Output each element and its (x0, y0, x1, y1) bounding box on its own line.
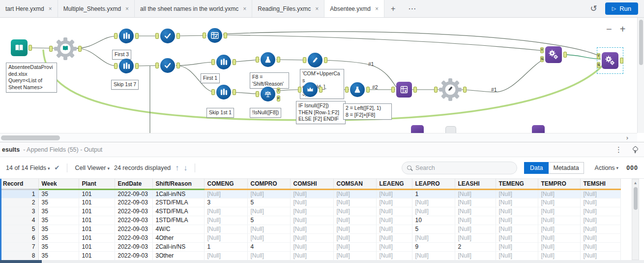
cell[interactable]: [Null] (412, 198, 455, 207)
column-header-comeng[interactable]: COMENG (204, 179, 247, 189)
input-anchor[interactable] (211, 89, 215, 95)
cell[interactable]: [Null] (333, 198, 376, 207)
input-anchor[interactable] (155, 33, 159, 39)
target-input-anchor[interactable]: T (597, 53, 600, 59)
table-row[interactable]: 4351012022-09-031STD/FMLA[Null]5[Null][N… (0, 216, 620, 225)
cell[interactable]: [Null] (538, 189, 580, 198)
cell[interactable]: [Null] (333, 207, 376, 216)
tab-multiple_sheets-yxmd[interactable]: Multiple_Sheets.yxmd× (58, 0, 135, 17)
cell[interactable]: [Null] (538, 207, 580, 216)
cell[interactable]: 2STD/FMLA (152, 198, 204, 207)
cell[interactable]: 35 (38, 251, 79, 260)
cell[interactable]: 2022-09-03 (115, 198, 152, 207)
output-anchor[interactable] (277, 57, 280, 63)
cell[interactable]: [Null] (247, 233, 290, 242)
row-number[interactable]: 6 (0, 233, 38, 242)
output-anchor[interactable] (176, 63, 180, 68)
output-anchor[interactable] (135, 63, 139, 69)
input-anchor[interactable] (114, 63, 117, 69)
tool-sample-first-3[interactable] (119, 29, 134, 43)
annotation-multirow-formula[interactable]: IF Isnull([F2]) THEN [Row-1:F2] ELSE [F2… (296, 101, 346, 124)
input-anchor[interactable] (114, 33, 117, 39)
cell[interactable]: [Null] (538, 225, 580, 233)
jump-up-arrow[interactable]: ↑ (175, 164, 179, 172)
column-header-tempro[interactable]: TEMPRO (538, 179, 580, 189)
cell[interactable]: 2022-09-03 (115, 216, 152, 225)
cell[interactable]: [Null] (376, 233, 412, 242)
column-header-week[interactable]: Week (38, 179, 79, 189)
output-anchor[interactable] (319, 87, 322, 93)
output-anchor[interactable] (463, 87, 467, 93)
cell[interactable]: 1 (412, 189, 455, 198)
tool-cross-tab[interactable] (396, 82, 412, 98)
true-output-anchor[interactable]: T (277, 88, 280, 94)
cell[interactable]: [Null] (376, 251, 412, 260)
cell[interactable]: 101 (79, 225, 115, 233)
cell[interactable]: 35 (38, 198, 79, 207)
input-anchor[interactable] (391, 87, 395, 93)
cell[interactable]: [Null] (496, 242, 538, 251)
cell[interactable]: [Null] (376, 242, 412, 251)
scrollbar-thumb[interactable] (0, 260, 42, 263)
table-row[interactable]: 8351012022-09-033Other[Null][Null][Null]… (0, 251, 620, 260)
cell[interactable]: [Null] (376, 216, 412, 225)
tab-absentee-yxmd[interactable]: Absentee.yxmd× (324, 0, 384, 17)
cell[interactable]: [Null] (333, 233, 376, 242)
cell[interactable]: 2022-09-03 (115, 207, 152, 216)
cell[interactable]: [Null] (455, 216, 496, 225)
tool-edit-macro[interactable] (439, 78, 462, 101)
annotation-left-formula[interactable]: 2 = Left([F2], 1) 8 = [F2]+[F8] (343, 103, 392, 120)
cell[interactable]: 5 (247, 216, 290, 225)
cell[interactable]: 35 (38, 216, 79, 225)
tool-append-fields-selected[interactable]: T S (602, 52, 618, 69)
cell[interactable]: [Null] (538, 198, 580, 207)
cell[interactable]: 2Call-in/NS (152, 242, 204, 251)
input-anchor[interactable] (211, 59, 215, 65)
target-input-anchor[interactable]: T (540, 47, 544, 53)
column-header-comshi[interactable]: COMSHI (290, 179, 333, 189)
input-anchor[interactable] (49, 46, 53, 52)
column-header-leaeng[interactable]: LEAENG (376, 179, 412, 189)
metadata-view-button[interactable]: Metadata (549, 162, 584, 174)
tab-close-icon[interactable]: × (125, 5, 129, 12)
annotation-skip-1st-1[interactable]: Skip 1st 1 (206, 108, 234, 118)
output-anchor[interactable] (135, 33, 139, 39)
annotation-skip-1st-7[interactable]: Skip 1st 7 (111, 80, 139, 90)
cell[interactable]: [Null] (204, 251, 247, 260)
cell[interactable]: [Null] (580, 198, 620, 207)
cell[interactable]: [Null] (496, 216, 538, 225)
column-header-record[interactable]: Record (0, 179, 38, 189)
annotation-first-3[interactable]: First 3 (112, 50, 131, 60)
cell[interactable]: [Null] (376, 207, 412, 216)
tab-reading_files-yxmc[interactable]: Reading_Files.yxmc× (252, 0, 324, 17)
cell[interactable]: [Null] (580, 216, 620, 225)
tool-input-data[interactable] (11, 39, 28, 56)
actions-dropdown[interactable]: Actions▾ (595, 164, 619, 171)
fields-dropdown[interactable]: 14 of 14 Fields▾ (6, 164, 50, 171)
cell[interactable]: [Null] (204, 233, 247, 242)
tool-transpose[interactable] (207, 28, 222, 43)
cell[interactable]: 2022-09-03 (115, 242, 152, 251)
cell[interactable]: [Null] (333, 251, 376, 260)
table-row[interactable]: 3351012022-09-034STD/FMLA[Null][Null][Nu… (0, 207, 620, 216)
cell[interactable]: [Null] (538, 216, 580, 225)
output-anchor[interactable] (366, 87, 370, 93)
cell[interactable]: [Null] (412, 233, 455, 242)
row-number[interactable]: 1 (0, 189, 38, 198)
tool-sample-first-1[interactable] (216, 55, 231, 69)
output-anchor[interactable] (324, 57, 327, 63)
cell[interactable]: 35 (38, 225, 79, 233)
cell[interactable]: [Null] (333, 216, 376, 225)
tab-overflow-button[interactable]: ⋯ (402, 0, 422, 17)
tab-tart-here-yxmd[interactable]: tart Here.yxmd× (0, 0, 58, 17)
pin-icon[interactable] (631, 146, 638, 153)
cell[interactable]: [Null] (333, 242, 376, 251)
cell[interactable]: 101 (79, 189, 115, 198)
cell[interactable]: [Null] (333, 189, 376, 198)
cell[interactable]: [Null] (412, 207, 455, 216)
scroll-right-arrow[interactable]: › (626, 134, 628, 141)
cell[interactable]: [Null] (247, 251, 290, 260)
cell[interactable]: [Null] (538, 233, 580, 242)
annotation-isnull-filter[interactable]: !IsNull([F8]) (250, 108, 281, 118)
cell[interactable]: [Null] (290, 216, 333, 225)
